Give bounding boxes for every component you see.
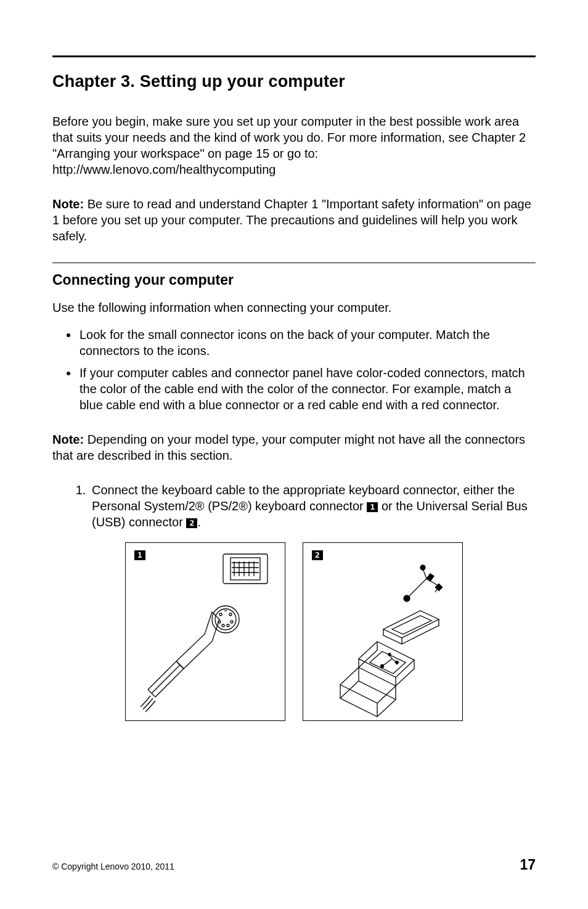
list-item: Look for the small connector icons on th…	[78, 327, 536, 359]
list-item: If your computer cables and connector pa…	[78, 365, 536, 413]
step-1-text-c: .	[197, 515, 201, 529]
section-lead: Use the following information when conne…	[52, 300, 536, 316]
steps-list: Connect the keyboard cable to the approp…	[52, 482, 536, 530]
note-1: Note: Be sure to read and understand Cha…	[52, 196, 536, 244]
svg-point-17	[227, 624, 229, 627]
intro-link[interactable]: http://www.lenovo.com/healthycomputing	[52, 163, 276, 176]
note-2: Note: Depending on your model type, your…	[52, 431, 536, 463]
usb-connector-illustration	[303, 543, 462, 720]
note-1-text: Be sure to read and understand Chapter 1…	[52, 197, 531, 243]
svg-point-20	[420, 565, 425, 570]
svg-rect-0	[223, 554, 267, 584]
svg-point-11	[215, 609, 236, 630]
intro-text: Before you begin, make sure you set up y…	[52, 115, 526, 160]
note-2-label: Note:	[52, 433, 84, 446]
step-1: Connect the keyboard cable to the approp…	[89, 482, 536, 530]
figure-usb-connector: 2	[303, 542, 463, 721]
svg-point-15	[231, 621, 233, 623]
chapter-title: Chapter 3. Setting up your computer	[52, 72, 536, 91]
svg-point-16	[222, 624, 224, 627]
section-bullets: Look for the small connector icons on th…	[52, 327, 536, 413]
callout-marker-1: 1	[367, 502, 378, 512]
section-rule	[52, 263, 536, 263]
figures-row: 1	[52, 542, 536, 721]
svg-rect-1	[231, 558, 260, 580]
note-2-text: Depending on your model type, your compu…	[52, 433, 525, 462]
copyright-text: © Copyright Lenovo 2010, 2011	[52, 862, 174, 871]
ps2-connector-illustration	[126, 543, 285, 720]
note-1-label: Note:	[52, 197, 84, 211]
svg-point-12	[219, 613, 222, 616]
intro-paragraph: Before you begin, make sure you set up y…	[52, 113, 536, 177]
page-number: 17	[520, 857, 536, 873]
svg-point-13	[229, 613, 232, 616]
figure-ps2-connector: 1	[125, 542, 285, 721]
top-rule	[52, 55, 536, 57]
section-title: Connecting your computer	[52, 272, 536, 288]
callout-marker-2: 2	[186, 518, 197, 528]
svg-point-23	[388, 653, 391, 656]
page-footer: © Copyright Lenovo 2010, 2011 17	[52, 857, 536, 873]
